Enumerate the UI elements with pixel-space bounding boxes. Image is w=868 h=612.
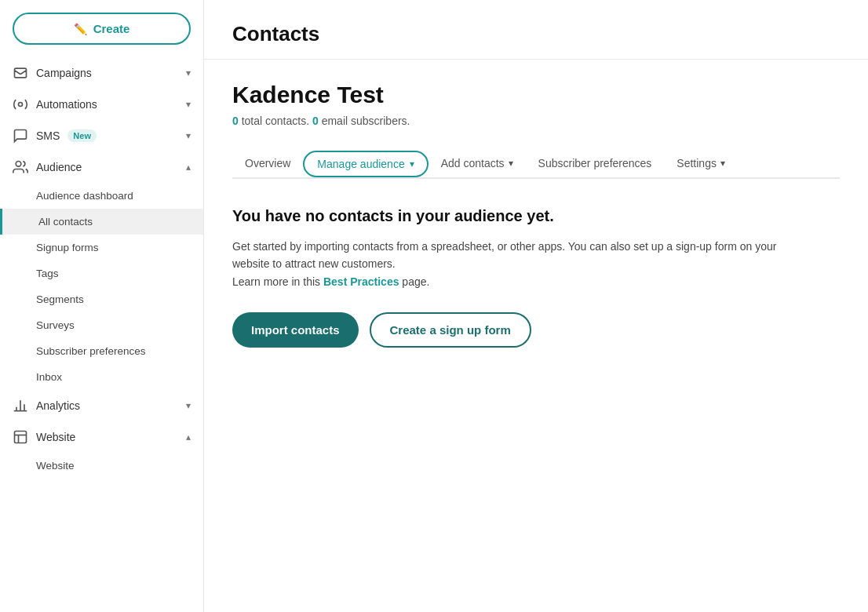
main-header: Contacts — [204, 0, 868, 60]
tab-manage-audience[interactable]: Manage audience ▾ — [303, 151, 428, 177]
tab-subscriber-preferences[interactable]: Subscriber preferences — [526, 149, 665, 179]
audience-chevron: ▴ — [186, 162, 191, 173]
no-contacts-desc: Get started by importing contacts from a… — [232, 238, 797, 290]
import-contacts-button[interactable]: Import contacts — [232, 312, 359, 348]
svg-rect-6 — [15, 432, 27, 443]
no-contacts-desc-1: Get started by importing contacts from a… — [232, 240, 712, 253]
sidebar-item-all-contacts[interactable]: All contacts — [0, 209, 203, 235]
audience-sub-nav: Audience dashboard All contacts Signup f… — [0, 183, 203, 390]
sidebar-item-campaigns[interactable]: Campaigns ▾ — [0, 57, 203, 89]
tab-add-contacts[interactable]: Add contacts ▾ — [429, 149, 526, 179]
svg-point-0 — [19, 103, 23, 107]
nav-section: Campaigns ▾ Automations ▾ SMS New ▾ — [0, 57, 203, 482]
add-contacts-inner: Add contacts ▾ — [441, 157, 513, 169]
settings-inner: Settings ▾ — [677, 157, 725, 169]
sidebar-item-analytics-label: Analytics — [36, 399, 80, 412]
pencil-icon: ✏️ — [74, 23, 87, 35]
sms-icon — [13, 128, 28, 144]
email-subscribers-count: 0 — [312, 115, 319, 127]
sidebar-item-sms-label: SMS — [36, 129, 60, 142]
analytics-icon — [13, 398, 28, 413]
sidebar-item-website[interactable]: Website ▴ — [0, 421, 203, 453]
sidebar-item-website-label: Website — [36, 431, 75, 443]
main-content: Contacts Kadence Test 0 total contacts. … — [204, 0, 868, 612]
automations-icon — [13, 97, 28, 112]
tab-settings[interactable]: Settings ▾ — [664, 149, 738, 179]
audience-stats: 0 total contacts. 0 email subscribers. — [232, 115, 840, 127]
create-button[interactable]: ✏️ Create — [13, 13, 191, 45]
create-button-wrap: ✏️ Create — [0, 0, 203, 57]
content-area: Kadence Test 0 total contacts. 0 email s… — [204, 60, 868, 370]
sidebar-item-audience-dashboard[interactable]: Audience dashboard — [0, 183, 203, 209]
sms-badge: New — [67, 129, 97, 142]
sidebar-item-segments[interactable]: Segments — [0, 286, 203, 312]
add-contacts-chevron: ▾ — [509, 158, 513, 169]
svg-point-1 — [16, 162, 21, 167]
sidebar-item-website-sub[interactable]: Website — [0, 453, 203, 479]
sidebar-item-audience[interactable]: Audience ▴ — [0, 151, 203, 183]
audience-dashboard-label: Audience dashboard — [36, 190, 133, 202]
sidebar-item-analytics[interactable]: Analytics ▾ — [0, 390, 203, 421]
sms-chevron: ▾ — [186, 130, 191, 141]
audience-icon — [13, 159, 28, 175]
sidebar-item-automations[interactable]: Automations ▾ — [0, 89, 203, 120]
action-buttons: Import contacts Create a sign up form — [232, 312, 797, 348]
campaigns-icon — [13, 65, 28, 81]
automations-chevron: ▾ — [186, 99, 191, 110]
sidebar: ✏️ Create Campaigns ▾ Automations ▾ — [0, 0, 204, 612]
audience-name: Kadence Test — [232, 82, 840, 108]
tab-overview[interactable]: Overview — [232, 149, 303, 179]
tab-manage-audience-label: Manage audience — [317, 158, 404, 170]
tags-label: Tags — [36, 268, 59, 279]
all-contacts-label: All contacts — [38, 216, 93, 228]
website-sub-nav: Website — [0, 453, 203, 479]
subscriber-preferences-label: Subscriber preferences — [36, 345, 146, 357]
sidebar-item-tags[interactable]: Tags — [0, 260, 203, 286]
page-title: Contacts — [232, 22, 840, 46]
create-button-label: Create — [93, 22, 130, 35]
no-contacts-desc-4: page. — [399, 275, 429, 288]
best-practices-link[interactable]: Best Practices — [323, 275, 399, 288]
segments-label: Segments — [36, 293, 84, 305]
sidebar-item-audience-label: Audience — [36, 161, 82, 173]
manage-audience-chevron: ▾ — [410, 158, 414, 169]
sidebar-item-campaigns-label: Campaigns — [36, 67, 92, 79]
website-chevron: ▴ — [186, 432, 191, 443]
tabs-bar: Overview Manage audience ▾ Add contacts … — [232, 149, 840, 179]
sidebar-item-automations-label: Automations — [36, 98, 97, 111]
no-contacts-desc-3: Learn more in this — [232, 275, 323, 288]
sidebar-item-inbox[interactable]: Inbox — [0, 364, 203, 390]
tab-add-contacts-label: Add contacts — [441, 157, 505, 169]
surveys-label: Surveys — [36, 319, 75, 331]
no-contacts-section: You have no contacts in your audience ye… — [232, 207, 797, 348]
sidebar-item-signup-forms[interactable]: Signup forms — [0, 235, 203, 260]
signup-forms-label: Signup forms — [36, 242, 99, 253]
tab-settings-label: Settings — [677, 157, 717, 169]
tab-subscriber-preferences-label: Subscriber preferences — [538, 157, 652, 169]
website-icon — [13, 429, 28, 445]
create-signup-form-button[interactable]: Create a sign up form — [370, 312, 531, 348]
tab-overview-label: Overview — [245, 157, 290, 169]
website-sub-label: Website — [36, 460, 75, 472]
settings-chevron: ▾ — [720, 158, 725, 169]
total-contacts-count: 0 — [232, 115, 239, 127]
sidebar-item-sms[interactable]: SMS New ▾ — [0, 120, 203, 151]
sidebar-item-surveys[interactable]: Surveys — [0, 312, 203, 338]
analytics-chevron: ▾ — [186, 400, 191, 411]
inbox-label: Inbox — [36, 371, 62, 383]
campaigns-chevron: ▾ — [186, 67, 191, 78]
no-contacts-title: You have no contacts in your audience ye… — [232, 207, 797, 225]
sidebar-item-subscriber-preferences[interactable]: Subscriber preferences — [0, 338, 203, 364]
